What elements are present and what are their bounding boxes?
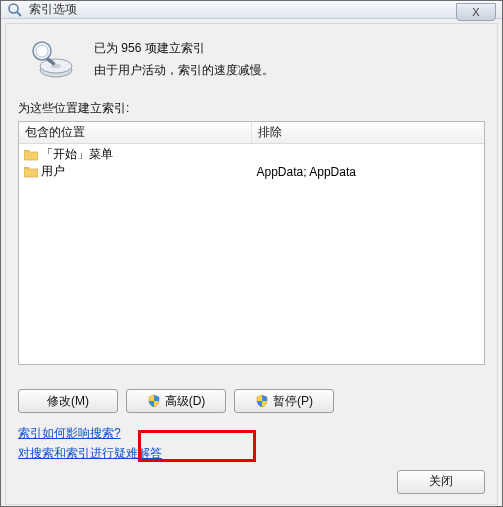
list-item-label: 用户 [41, 163, 65, 180]
shield-icon [255, 394, 269, 408]
close-icon: X [472, 6, 479, 18]
close-window-button[interactable]: X [456, 3, 496, 21]
exclude-column: AppData; AppData [252, 144, 485, 364]
pause-button[interactable]: 暂停(P) [234, 389, 334, 413]
column-exclude-header[interactable]: 排除 [252, 122, 485, 143]
footer: 关闭 [18, 464, 485, 494]
indexing-options-window: 索引选项 X 已为 956 项建立索引 由于用户活动，索引的速度减慢。 [0, 0, 503, 507]
list-body: 「开始」菜单 用户 App [19, 144, 484, 364]
button-row: 修改(M) 高级(D) [18, 389, 485, 413]
column-included-header[interactable]: 包含的位置 [19, 122, 252, 143]
search-icon [7, 2, 23, 18]
titlebar: 索引选项 X [1, 1, 502, 19]
link-how-index-affects-search[interactable]: 索引如何影响搜索? [18, 423, 121, 443]
modify-button-label: 修改(M) [47, 393, 89, 410]
svg-point-6 [36, 45, 48, 57]
included-column: 「开始」菜单 用户 [19, 144, 252, 364]
close-button-label: 关闭 [429, 473, 453, 490]
list-item[interactable]: 「开始」菜单 [23, 146, 248, 163]
shield-icon [147, 394, 161, 408]
index-status-text: 由于用户活动，索引的速度减慢。 [94, 60, 274, 82]
advanced-button[interactable]: 高级(D) [126, 389, 226, 413]
summary-text: 已为 956 项建立索引 由于用户活动，索引的速度减慢。 [94, 36, 274, 81]
index-count-text: 已为 956 项建立索引 [94, 38, 274, 60]
advanced-button-label: 高级(D) [165, 393, 206, 410]
content-area: 已为 956 项建立索引 由于用户活动，索引的速度减慢。 为这些位置建立索引: … [5, 23, 498, 505]
folder-icon [24, 149, 38, 161]
locations-list: 包含的位置 排除 「开始」菜单 [18, 121, 485, 365]
close-button[interactable]: 关闭 [397, 470, 485, 494]
exclude-value: AppData; AppData [257, 165, 356, 179]
modify-button[interactable]: 修改(M) [18, 389, 118, 413]
list-header: 包含的位置 排除 [19, 122, 484, 144]
summary-section: 已为 956 项建立索引 由于用户活动，索引的速度减慢。 [18, 30, 485, 100]
drive-search-icon [28, 38, 76, 82]
pause-button-label: 暂停(P) [273, 393, 313, 410]
link-troubleshoot-search[interactable]: 对搜索和索引进行疑难解答 [18, 443, 162, 463]
exclude-text-row: AppData; AppData [256, 163, 481, 180]
svg-line-1 [17, 12, 21, 16]
folder-icon [24, 166, 38, 178]
list-item-label: 「开始」菜单 [41, 146, 113, 163]
locations-label: 为这些位置建立索引: [18, 100, 485, 117]
svg-point-0 [9, 4, 18, 13]
help-links: 索引如何影响搜索? 对搜索和索引进行疑难解答 [18, 423, 485, 464]
window-title: 索引选项 [29, 1, 77, 18]
list-item[interactable]: 用户 [23, 163, 248, 180]
